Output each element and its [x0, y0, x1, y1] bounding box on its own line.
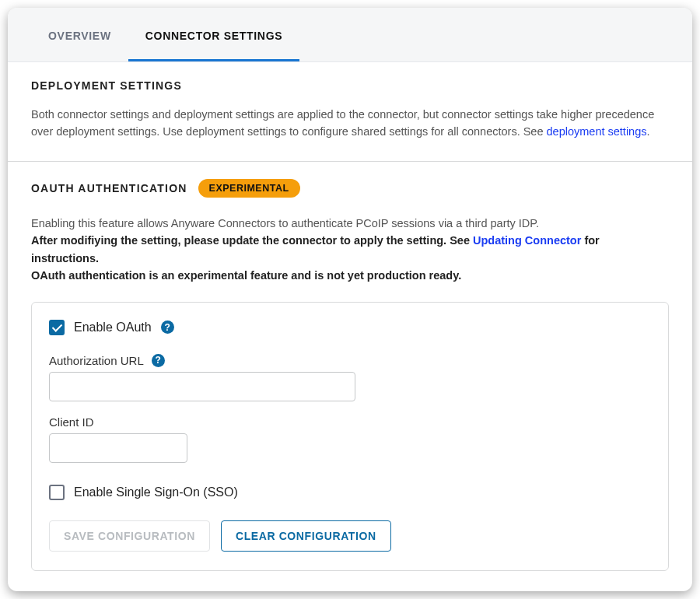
client-id-label: Client ID — [49, 415, 94, 429]
oauth-config-card: Enable OAuth ? Authorization URL ? Clien… — [31, 302, 669, 571]
button-row: SAVE CONFIGURATION CLEAR CONFIGURATION — [49, 520, 651, 552]
oauth-line1: Enabling this feature allows Anyware Con… — [31, 217, 539, 229]
clear-configuration-button[interactable]: CLEAR CONFIGURATION — [221, 520, 391, 552]
help-icon[interactable]: ? — [161, 321, 174, 334]
enable-oauth-row: Enable OAuth ? — [49, 320, 651, 335]
deployment-description: Both connector settings and deployment s… — [31, 106, 669, 141]
deployment-settings-link[interactable]: deployment settings — [547, 125, 647, 138]
oauth-header: OAUTH AUTHENTICATION EXPERIMENTAL — [31, 179, 669, 198]
oauth-line2-pre: After modifiying the setting, please upd… — [31, 234, 473, 247]
deployment-section: DEPLOYMENT SETTINGS Both connector setti… — [8, 62, 692, 162]
tab-bar: OVERVIEW CONNECTOR SETTINGS — [8, 8, 692, 62]
oauth-title: OAUTH AUTHENTICATION — [31, 182, 187, 194]
experimental-badge: EXPERIMENTAL — [198, 179, 300, 198]
help-icon[interactable]: ? — [152, 354, 165, 367]
auth-url-field: Authorization URL ? — [49, 354, 651, 401]
enable-oauth-checkbox[interactable] — [49, 320, 65, 335]
client-id-input[interactable] — [49, 433, 187, 463]
enable-oauth-label: Enable OAuth — [74, 321, 152, 335]
tab-overview[interactable]: OVERVIEW — [31, 8, 128, 61]
client-id-field: Client ID — [49, 415, 651, 463]
deployment-title: DEPLOYMENT SETTINGS — [31, 79, 669, 92]
enable-sso-checkbox[interactable] — [49, 485, 65, 500]
enable-sso-row: Enable Single Sign-On (SSO) — [49, 485, 651, 500]
auth-url-label-row: Authorization URL ? — [49, 354, 651, 367]
updating-connector-link[interactable]: Updating Connector — [473, 234, 581, 247]
settings-panel: OVERVIEW CONNECTOR SETTINGS DEPLOYMENT S… — [8, 8, 692, 591]
oauth-section: OAUTH AUTHENTICATION EXPERIMENTAL Enabli… — [8, 162, 692, 591]
save-configuration-button[interactable]: SAVE CONFIGURATION — [49, 520, 210, 552]
oauth-line3: OAuth authentication is an experimental … — [31, 269, 461, 282]
auth-url-input[interactable] — [49, 372, 355, 401]
oauth-description: Enabling this feature allows Anyware Con… — [31, 215, 669, 285]
enable-sso-label: Enable Single Sign-On (SSO) — [74, 485, 238, 499]
deployment-text-post: . — [647, 125, 650, 138]
auth-url-label: Authorization URL — [49, 354, 144, 367]
tab-connector-settings[interactable]: CONNECTOR SETTINGS — [128, 8, 299, 61]
